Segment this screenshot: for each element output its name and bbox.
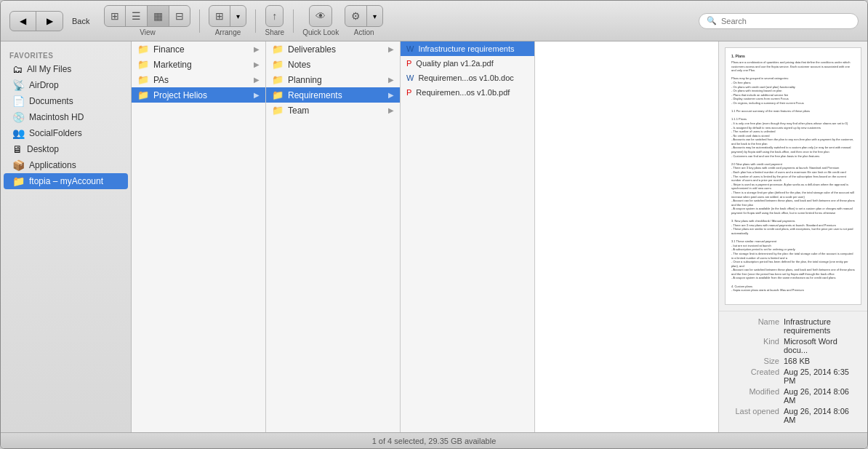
arrange-dropdown-btn[interactable]: ▾ <box>230 6 246 26</box>
coverflow-view-button[interactable]: ⊟ <box>169 6 190 26</box>
col2-planning[interactable]: 📁 Planning ▶ <box>266 72 400 87</box>
col2-notes[interactable]: 📁 Notes <box>266 57 400 72</box>
sidebar-item-applications[interactable]: 📦 Applications <box>4 157 128 173</box>
sidebar-item-ftopia[interactable]: 📁 ftopia – myAccount <box>4 173 128 189</box>
arrow-icon: ▶ <box>254 91 260 99</box>
share-icon: ↑ <box>272 10 277 22</box>
column-2: 📁 Deliverables ▶ 📁 Notes 📁 Planning ▶ 📁 … <box>266 41 401 432</box>
sidebar-item-all-my-files[interactable]: 🗂 All My Files <box>4 61 128 77</box>
sidebar-section-label: FAVORITES <box>1 47 131 61</box>
icon-view-icon: ⊞ <box>110 10 119 22</box>
column-1: 📁 Finance ▶ 📁 Marketing ▶ 📁 PAs ▶ 📁 Proj… <box>132 41 266 432</box>
sidebar-item-desktop[interactable]: 🖥 Desktop <box>4 141 128 157</box>
arrow-icon: ▶ <box>254 45 260 53</box>
arrange-chevron-icon: ▾ <box>236 12 240 20</box>
sidebar-item-airdrop[interactable]: 📡 AirDrop <box>4 77 128 93</box>
meta-modified-row: Modified Aug 26, 2014 8:06 AM <box>725 387 861 405</box>
col3-requiremen-pdf[interactable]: P Requiremen...os v1.0b.pdf <box>401 85 534 100</box>
preview-meta: Name Infrastructure requirements Kind Mi… <box>719 311 867 432</box>
folder-icon: 📁 <box>272 90 284 100</box>
sidebar-item-social-folders[interactable]: 👥 SocialFolders <box>4 125 128 141</box>
applications-icon: 📦 <box>12 159 25 171</box>
col1-finance[interactable]: 📁 Finance ▶ <box>132 41 265 57</box>
social-folders-icon: 👥 <box>12 127 25 139</box>
sidebar-item-documents[interactable]: 📄 Documents <box>4 93 128 109</box>
arrow-icon: ▶ <box>254 60 260 68</box>
action-button[interactable]: ⚙ ▾ <box>345 5 383 27</box>
sidebar-item-label: SocialFolders <box>29 128 82 138</box>
meta-kind-val: Microsoft Word docu... <box>784 337 861 354</box>
action-main-btn[interactable]: ⚙ <box>345 6 367 26</box>
share-main-btn[interactable]: ↑ <box>266 6 283 26</box>
list-view-button[interactable]: ☰ <box>126 6 148 26</box>
column-view-button[interactable]: ▦ <box>148 6 169 26</box>
share-button[interactable]: ↑ <box>265 5 284 27</box>
quick-look-button[interactable]: 👁 <box>309 5 332 27</box>
icon-view-button[interactable]: ⊞ <box>105 6 126 26</box>
col3-infra-req[interactable]: W Infrastructure requirements <box>401 41 534 56</box>
meta-size-row: Size 168 KB <box>725 357 861 365</box>
back-label: Back <box>72 17 89 25</box>
coverflow-icon: ⊟ <box>175 10 184 22</box>
pdf-icon: P <box>406 88 411 97</box>
meta-name-row: Name Infrastructure requirements <box>725 317 861 335</box>
folder-icon: 📁 <box>137 74 149 85</box>
meta-kind-key: Kind <box>725 337 779 354</box>
arrange-group: ⊞ ▾ Arrange <box>209 5 246 36</box>
meta-created-row: Created Aug 25, 2014 6:35 PM <box>725 367 861 385</box>
meta-name-val: Infrastructure requirements <box>784 317 861 335</box>
sidebar-item-label: Documents <box>29 96 73 106</box>
back-arrow-icon: ◀ <box>20 16 26 26</box>
col1-project-helios[interactable]: 📁 Project Helios ▶ <box>132 87 265 103</box>
ftopia-icon: 📁 <box>12 175 25 187</box>
share-label: Share <box>265 28 284 36</box>
arrow-icon: ▶ <box>388 91 394 99</box>
meta-name-key: Name <box>725 317 779 335</box>
action-dropdown-btn[interactable]: ▾ <box>367 6 382 26</box>
col3-quality-plan[interactable]: P Quality plan v1.2a.pdf <box>401 56 534 71</box>
preview-doc-content: 1. Plans Plans are a combination of quan… <box>731 54 855 294</box>
forward-arrow-icon: ▶ <box>47 16 53 26</box>
meta-size-key: Size <box>725 357 779 365</box>
search-area: 🔍 <box>699 13 859 29</box>
view-group: ⊞ ☰ ▦ ⊟ View <box>104 5 190 36</box>
folder-icon: 📁 <box>272 74 284 85</box>
all-my-files-icon: 🗂 <box>12 63 23 75</box>
preview-doc-heading: 1. Plans <box>731 54 855 59</box>
col2-team[interactable]: 📁 Team ▶ <box>266 103 400 118</box>
view-buttons: ⊞ ☰ ▦ ⊟ <box>104 5 190 27</box>
meta-created-val: Aug 25, 2014 6:35 PM <box>784 367 861 385</box>
folder-icon: 📁 <box>272 105 284 116</box>
meta-kind-row: Kind Microsoft Word docu... <box>725 337 861 354</box>
macintosh-hd-icon: 💿 <box>12 111 25 123</box>
sidebar-item-label: Macintosh HD <box>29 112 84 122</box>
search-icon: 🔍 <box>707 16 717 25</box>
search-input[interactable] <box>721 17 851 25</box>
toolbar: ◀ ▶ Back ⊞ ☰ ▦ ⊟ Vi <box>1 1 867 41</box>
main-content: FAVORITES 🗂 All My Files 📡 AirDrop 📄 Doc… <box>1 41 867 432</box>
arrow-icon: ▶ <box>388 76 394 84</box>
col1-pas[interactable]: 📁 PAs ▶ <box>132 72 265 87</box>
quick-look-main-btn[interactable]: 👁 <box>310 6 331 26</box>
col1-marketing[interactable]: 📁 Marketing ▶ <box>132 57 265 72</box>
folder-icon: 📁 <box>137 44 149 55</box>
sidebar-item-macintosh-hd[interactable]: 💿 Macintosh HD <box>4 109 128 125</box>
quick-look-label: Quick Look <box>302 28 339 36</box>
preview-doc-body: Plans are a combination of quantities an… <box>731 60 855 293</box>
sep2 <box>255 9 256 33</box>
sidebar: FAVORITES 🗂 All My Files 📡 AirDrop 📄 Doc… <box>1 41 132 432</box>
meta-modified-val: Aug 26, 2014 8:06 AM <box>784 387 861 405</box>
forward-button[interactable]: ▶ <box>36 11 63 31</box>
col3-requiremen-doc[interactable]: W Requiremen...os v1.0b.doc <box>401 71 534 85</box>
meta-last-opened-val: Aug 26, 2014 8:06 AM <box>784 407 861 424</box>
back-button[interactable]: ◀ <box>10 11 36 31</box>
status-bar: 1 of 4 selected, 29.35 GB available <box>1 432 867 448</box>
columns-area: 📁 Finance ▶ 📁 Marketing ▶ 📁 PAs ▶ 📁 Proj… <box>132 41 718 432</box>
list-view-icon: ☰ <box>132 10 141 22</box>
arrange-main-btn[interactable]: ⊞ <box>209 6 230 26</box>
meta-size-val: 168 KB <box>784 357 810 365</box>
col2-deliverables[interactable]: 📁 Deliverables ▶ <box>266 41 400 57</box>
col2-requirements[interactable]: 📁 Requirements ▶ <box>266 87 400 103</box>
action-label: Action <box>354 28 374 36</box>
arrange-button[interactable]: ⊞ ▾ <box>209 5 246 27</box>
